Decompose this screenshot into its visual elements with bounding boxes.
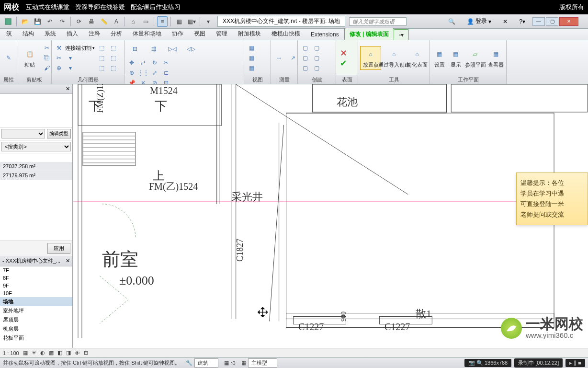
paste-button[interactable]: 📋粘贴: [19, 46, 40, 69]
switch-win-icon[interactable]: ▦▾: [186, 16, 197, 27]
model-combo[interactable]: 主模型: [248, 358, 277, 368]
cope-icon[interactable]: ⬚: [96, 43, 107, 53]
join-geom-icon[interactable]: ⊕: [54, 63, 64, 73]
tab-analyze[interactable]: 分析: [105, 27, 127, 40]
mirror-axis-button[interactable]: ▷◁: [164, 41, 181, 57]
tab-olive[interactable]: 橄榄山快模: [266, 27, 305, 40]
edit-type-button[interactable]: 编辑类型: [47, 129, 71, 138]
measure-icon[interactable]: 📏: [99, 16, 109, 27]
thin-lines-icon[interactable]: ≡: [157, 16, 168, 27]
offset-button[interactable]: ⇶: [145, 41, 162, 57]
tree-machine[interactable]: 机房层: [0, 324, 72, 334]
create3-icon[interactable]: ▢: [300, 53, 310, 63]
match-icon[interactable]: 🖌: [42, 63, 52, 73]
join-geom2-icon[interactable]: ▾: [65, 63, 76, 73]
tab-manage[interactable]: 管理: [211, 27, 233, 40]
view-sec-icon[interactable]: ▦: [246, 63, 257, 73]
cut-geom2-icon[interactable]: ▾: [65, 53, 76, 63]
type-selector[interactable]: [1, 129, 45, 138]
cancel-surface-icon[interactable]: ✕: [338, 48, 349, 58]
tab-context-icon[interactable]: ▫▾: [394, 29, 409, 40]
tree-9f[interactable]: 9F: [0, 282, 72, 289]
workset-combo[interactable]: 建筑: [194, 358, 218, 368]
measure-button[interactable]: ↔: [273, 50, 285, 66]
tab-insert[interactable]: 插入: [61, 27, 83, 40]
align-button[interactable]: ⊟: [126, 41, 144, 57]
view-plan-icon[interactable]: ▦: [246, 53, 257, 63]
demo-icon[interactable]: ⬚: [96, 53, 107, 63]
undo-icon[interactable]: ↶: [45, 16, 55, 27]
crop-icon[interactable]: ◧: [57, 350, 62, 356]
design-options-icon[interactable]: ▦: [224, 360, 229, 366]
ref-plane-button[interactable]: ▱参照平面: [464, 46, 486, 69]
apply-button[interactable]: 应用: [47, 243, 70, 254]
move-icon[interactable]: ✥: [126, 58, 137, 68]
rotate-icon[interactable]: ↻: [149, 58, 160, 68]
infocenter-icon[interactable]: 🔍: [444, 16, 460, 27]
section-icon[interactable]: ▭: [140, 16, 151, 27]
split2-icon[interactable]: ⬚: [108, 63, 118, 73]
close-button[interactable]: ✕: [559, 17, 578, 26]
simplify-button[interactable]: ⌂简化表面: [407, 46, 428, 69]
shadows-icon[interactable]: ▩: [49, 350, 54, 356]
finish-surface-icon[interactable]: ✔: [338, 58, 349, 68]
create6-icon[interactable]: ▢: [311, 63, 322, 73]
trim-icon[interactable]: ✂: [161, 58, 171, 68]
cope2-icon[interactable]: ⬚: [108, 43, 118, 53]
rec-controls[interactable]: ▸ ∥ ■: [565, 359, 585, 367]
view-3d-icon[interactable]: ▦: [246, 43, 257, 53]
set-plane-button[interactable]: ▦设置: [432, 46, 447, 69]
split-icon[interactable]: ⬚: [96, 63, 107, 73]
editable-only-icon[interactable]: :0: [231, 360, 235, 366]
scale-icon[interactable]: ⤢: [149, 68, 160, 78]
trim2-icon[interactable]: ⊏: [161, 68, 171, 78]
move2-icon[interactable]: ⊕: [126, 68, 137, 78]
import-create-button[interactable]: ⌂通过导入创建: [383, 46, 405, 69]
sync-icon[interactable]: ⟳: [74, 16, 84, 27]
project-browser[interactable]: 7F 8F 9F 10F 场地 室外地坪 屋顶层 机房层 花板平面: [0, 266, 72, 348]
join-cut-button[interactable]: ⚒连接端切割▾: [54, 43, 95, 53]
create5-icon[interactable]: ▢: [300, 63, 310, 73]
print-icon[interactable]: 🖶: [86, 16, 97, 27]
demo2-icon[interactable]: ⬚: [108, 53, 118, 63]
detail-level-icon[interactable]: ▦: [23, 350, 28, 356]
hide-icon[interactable]: 👁: [75, 350, 80, 356]
tab-addins[interactable]: 附加模块: [233, 27, 266, 40]
tab-architecture[interactable]: 筑: [1, 27, 17, 40]
login-button[interactable]: 👤登录▾: [463, 15, 496, 27]
tab-structure[interactable]: 结构: [17, 27, 39, 40]
model-icon[interactable]: ▦: [241, 360, 246, 366]
tab-collab[interactable]: 协作: [167, 27, 189, 40]
mirror-draw-button[interactable]: ◁▷: [182, 41, 200, 57]
view-scale[interactable]: 1 : 100: [3, 350, 19, 356]
create1-icon[interactable]: ▢: [300, 43, 310, 53]
reveal-icon[interactable]: ⊞: [84, 350, 88, 356]
minimize-button[interactable]: —: [532, 17, 545, 26]
cut-geom-icon[interactable]: ✂: [54, 53, 64, 63]
save-icon[interactable]: 💾: [32, 16, 43, 27]
visual-style-icon[interactable]: ☀: [32, 350, 36, 356]
help-icon[interactable]: ?▾: [515, 16, 530, 27]
properties-close-icon[interactable]: ✕: [66, 86, 70, 92]
tab-annotate[interactable]: 注释: [83, 27, 105, 40]
tab-view[interactable]: 视图: [189, 27, 211, 40]
sun-path-icon[interactable]: ◐: [40, 350, 45, 356]
modify-button[interactable]: ✎: [2, 50, 15, 66]
tree-8f[interactable]: 8F: [0, 274, 72, 282]
properties-header[interactable]: ✕: [0, 84, 72, 94]
copy-move-icon[interactable]: ⇄: [138, 58, 148, 68]
show-plane-button[interactable]: ▦显示: [448, 46, 463, 69]
drawing-canvas[interactable]: M1524 下 FM(Z)122 下 上 FM(乙)1524 采光井 前室 ±0…: [73, 84, 588, 348]
create4-icon[interactable]: ▢: [311, 53, 322, 63]
browser-header[interactable]: - XXX机房楼中心文件_...✕: [0, 256, 72, 266]
copy-icon[interactable]: ⿻: [42, 53, 52, 63]
tab-modify-surface[interactable]: 修改 | 编辑表面: [344, 28, 394, 40]
tree-roof[interactable]: 屋顶层: [0, 315, 72, 324]
tree-ceiling[interactable]: 花板平面: [0, 334, 72, 343]
tab-massing[interactable]: 体量和场地: [127, 27, 167, 40]
tab-system[interactable]: 系统: [39, 27, 61, 40]
crop-show-icon[interactable]: ◨: [66, 350, 71, 356]
close-hidden-icon[interactable]: ▦: [174, 16, 184, 27]
workset-icon[interactable]: 🔧: [186, 360, 192, 366]
tree-7f[interactable]: 7F: [0, 266, 72, 274]
